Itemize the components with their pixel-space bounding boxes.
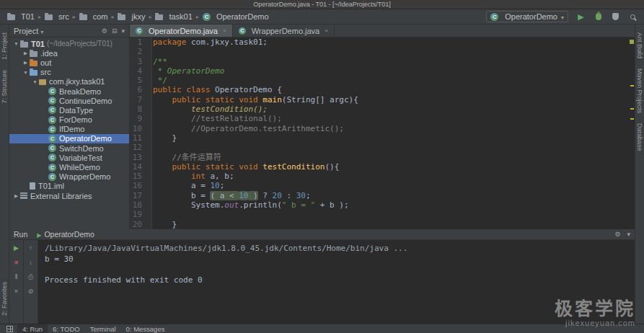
line-number[interactable]: 18 (130, 200, 147, 210)
toolwindow-switcher-icon[interactable] (6, 326, 13, 332)
line-number[interactable]: 16 (130, 181, 147, 190)
project-panel-title[interactable]: Project (14, 27, 38, 35)
tool-stripe-2-favorites[interactable]: 2: Favorites (1, 282, 8, 316)
chevron-right-icon[interactable]: ▶ (22, 60, 30, 66)
line-number[interactable]: 9 (130, 114, 147, 123)
settings-icon[interactable]: ⚙ (614, 231, 620, 238)
tree-item-whiledemo[interactable]: WhileDemo (9, 162, 129, 172)
line-number[interactable]: 20 (130, 220, 147, 229)
tree-item-switchdemo[interactable]: SwitchDemo (9, 143, 129, 153)
breadcrumb-item-t01[interactable]: T01 (6, 12, 36, 22)
line-number[interactable]: 3 (130, 57, 147, 66)
breadcrumb-item-jkxy[interactable]: jkxy (116, 12, 146, 22)
tree-item-src[interactable]: ▼src (9, 68, 129, 77)
editor-tab-operatordemo-java[interactable]: OperatorDemo.java× (130, 25, 233, 37)
up-button[interactable]: ↑ (27, 244, 35, 252)
collapse-all-icon[interactable]: ⊟ (112, 27, 118, 35)
tree-item-out[interactable]: ▶out (9, 58, 129, 67)
tree-item-ifdemo[interactable]: IfDemo (9, 125, 129, 134)
tree-item-t01[interactable]: ▼T01 (~/IdeaProjects/T01) (9, 39, 129, 48)
tree-item-idea[interactable]: ▶.idea (9, 48, 129, 58)
chevron-right-icon[interactable]: ▶ (22, 50, 30, 56)
line-number[interactable]: 11 (130, 133, 147, 143)
chevron-down-icon[interactable]: ▼ (12, 41, 20, 46)
chevron-down-icon[interactable]: ▼ (31, 79, 39, 84)
ide-window: OperatorDemo.java - T01 - [~/IdeaProject… (0, 0, 644, 333)
hide-icon[interactable]: ▾ (627, 231, 630, 238)
status-item-6-todo[interactable]: 6: TODO (48, 324, 85, 333)
down-button[interactable]: ↓ (27, 258, 35, 267)
tree-item-operatordemo[interactable]: OperatorDemo (9, 134, 129, 143)
coverage-button[interactable] (610, 12, 621, 22)
editor-body[interactable]: 1package com.jkxy.task01;2 3/**4 * Opera… (130, 37, 635, 229)
editor-tab-wrapperdemo-java[interactable]: WrapperDemo.java× (233, 25, 335, 37)
line-number[interactable]: 12 (130, 143, 147, 152)
hide-icon[interactable]: ▾ (121, 27, 125, 35)
tree-item-wrapperdemo[interactable]: WrapperDemo (9, 172, 129, 182)
debug-button[interactable] (593, 12, 604, 22)
chevron-down-icon[interactable] (40, 27, 43, 35)
tree-item-external-libraries[interactable]: ▶External Libraries (9, 191, 129, 200)
stop-button[interactable]: ■ (12, 258, 21, 267)
tree-item-breakdemo[interactable]: BreakDemo (9, 86, 129, 96)
line-number[interactable]: 8 (130, 105, 147, 114)
tree-item-label: out (40, 58, 51, 67)
breadcrumb-item-task01[interactable]: task01 (154, 12, 193, 22)
line-number[interactable]: 5 (130, 76, 147, 85)
print-button[interactable]: ⎙ (27, 272, 35, 281)
tree-item-datatype[interactable]: DataType (9, 105, 129, 115)
close-icon[interactable]: × (325, 27, 328, 34)
tree-item-fordemo[interactable]: ForDemo (9, 115, 129, 125)
code-text: * OperatorDemo (147, 66, 224, 76)
breadcrumb-item-com[interactable]: com (78, 12, 110, 22)
error-stripe-mark[interactable] (630, 108, 634, 110)
inspection-indicator-icon[interactable] (630, 40, 634, 44)
tool-stripe-1-project[interactable]: 1: Project (1, 32, 8, 60)
code-text: /** (147, 57, 167, 66)
line-number[interactable]: 4 (130, 66, 147, 76)
line-number[interactable]: 7 (130, 95, 147, 105)
settings-icon[interactable]: ⚙ (102, 27, 107, 35)
code-text: public static void main(String[] argc){ (147, 95, 358, 105)
status-item-terminal[interactable]: Terminal (85, 324, 121, 333)
error-stripe-mark[interactable] (630, 118, 634, 120)
chevron-down-icon[interactable]: ▼ (22, 70, 30, 75)
tree-item-variabletest[interactable]: VariableTest (9, 153, 129, 162)
status-item-0-messages[interactable]: 0: Messages (121, 324, 170, 333)
tree-item-label: OperatorDemo (59, 134, 112, 143)
line-number[interactable]: 10 (130, 124, 147, 133)
tool-stripe-maven-projects[interactable]: Maven Projects (636, 68, 643, 113)
tree-item-com-jkxy-task01[interactable]: ▼com.jkxy.task01 (9, 77, 129, 86)
line-number[interactable]: 17 (130, 191, 147, 200)
clear-button[interactable]: ⊘ (27, 287, 35, 296)
line-number[interactable]: 2 (130, 47, 147, 56)
tool-stripe-database[interactable]: Database (636, 123, 643, 151)
search-button[interactable] (627, 12, 638, 22)
line-number[interactable]: 6 (130, 85, 147, 94)
line-number[interactable]: 15 (130, 172, 147, 181)
tool-stripe-ant-build[interactable]: Ant Build (636, 32, 643, 58)
code-text: public class OperatorDemo { (147, 85, 282, 94)
close-button[interactable]: × (12, 287, 21, 296)
tool-stripe-7-structure[interactable]: 7: Structure (1, 70, 8, 104)
tree-item-t01-iml[interactable]: T01.iml (9, 182, 129, 191)
status-item-4-run[interactable]: 4: Run (17, 324, 48, 333)
error-stripe-mark[interactable] (630, 85, 634, 86)
breadcrumb-item-src[interactable]: src (43, 12, 71, 22)
run-button[interactable]: ▶ (575, 12, 586, 22)
run-configuration-select[interactable]: OperatorDemo (486, 11, 568, 22)
run-tab[interactable]: OperatorDemo (35, 230, 97, 239)
rerun-button[interactable]: ▶ (12, 244, 21, 252)
line-number[interactable]: 1 (130, 37, 147, 47)
code-area[interactable]: 1package com.jkxy.task01;2 3/**4 * Opera… (130, 37, 635, 229)
breadcrumb-separator: ▸ (111, 14, 114, 20)
tree-item-continuedemo[interactable]: ContinueDemo (9, 96, 129, 105)
console-output[interactable]: /Library/Java/JavaVirtualMachines/jdk1.8… (38, 240, 635, 324)
close-icon[interactable]: × (223, 27, 226, 34)
breadcrumb-item-operatordemo[interactable]: OperatorDemo (201, 12, 270, 22)
line-number[interactable]: 19 (130, 210, 147, 219)
chevron-right-icon[interactable]: ▶ (12, 193, 20, 199)
line-number[interactable]: 14 (130, 162, 147, 172)
line-number[interactable]: 13 (130, 153, 147, 162)
pause-button[interactable]: ‖ (12, 272, 21, 281)
